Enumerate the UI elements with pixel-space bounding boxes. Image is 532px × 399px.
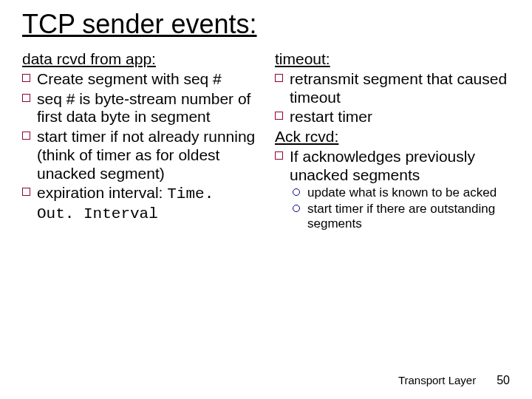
circle-bullet-icon: [293, 185, 307, 196]
bullet-text: retransmit segment that caused timeout: [290, 70, 510, 107]
box-bullet-icon: [275, 148, 290, 160]
left-heading: data rcvd from app:: [22, 50, 257, 69]
bullet-text: expiration interval: Time. Out. Interval: [37, 184, 257, 224]
right-heading-ack: Ack rcvd:: [275, 128, 510, 146]
content-columns: data rcvd from app: Create segment with …: [22, 50, 510, 233]
list-item: retransmit segment that caused timeout: [275, 70, 510, 107]
list-item: expiration interval: Time. Out. Interval: [22, 184, 257, 224]
list-item: seq # is byte-stream number of first dat…: [22, 90, 257, 127]
list-item: restart timer: [275, 108, 510, 126]
slide-title: TCP sender events:: [22, 9, 510, 40]
box-bullet-icon: [22, 70, 37, 82]
box-bullet-icon: [275, 108, 290, 120]
bullet-text: start timer if there are outstanding seg…: [307, 202, 510, 231]
box-bullet-icon: [275, 70, 290, 82]
right-heading-timeout: timeout:: [275, 50, 510, 69]
bullet-text: restart timer: [290, 108, 510, 126]
list-item: update what is known to be acked: [293, 185, 510, 200]
bullet-text: Create segment with seq #: [37, 70, 257, 89]
page-number: 50: [497, 374, 510, 387]
bullet-text: If acknowledges previously unacked segme…: [290, 148, 510, 185]
left-column: data rcvd from app: Create segment with …: [22, 50, 257, 233]
right-column: timeout: retransmit segment that caused …: [275, 50, 510, 233]
sub-list: update what is known to be acked start t…: [293, 185, 510, 231]
box-bullet-icon: [22, 184, 37, 196]
bullet-text: update what is known to be acked: [307, 185, 510, 200]
box-bullet-icon: [22, 90, 37, 102]
bullet-text: start timer if not already running (thin…: [37, 128, 257, 183]
box-bullet-icon: [22, 128, 37, 140]
list-item: start timer if not already running (thin…: [22, 128, 257, 183]
list-item: If acknowledges previously unacked segme…: [275, 148, 510, 185]
slide: TCP sender events: data rcvd from app: C…: [0, 0, 532, 399]
circle-bullet-icon: [293, 202, 307, 212]
list-item: Create segment with seq #: [22, 70, 257, 89]
footer: Transport Layer 50: [398, 374, 510, 387]
list-item: start timer if there are outstanding seg…: [293, 202, 510, 231]
footer-label: Transport Layer: [398, 374, 476, 386]
bullet-label: expiration interval:: [37, 184, 163, 201]
bullet-text: seq # is byte-stream number of first dat…: [37, 90, 257, 127]
